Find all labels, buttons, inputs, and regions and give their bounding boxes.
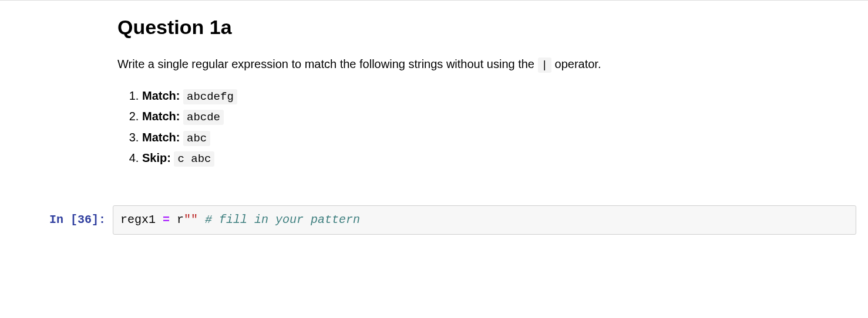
list-item-label: Skip: <box>142 151 171 164</box>
notebook-cell-markdown: Question 1a Write a single regular expre… <box>0 0 868 194</box>
pipe-operator-code: | <box>538 57 551 73</box>
list-item: Skip: c abc <box>142 149 856 168</box>
question-paragraph: Write a single regular expression to mat… <box>117 55 856 74</box>
list-item-label: Match: <box>142 89 180 102</box>
code-string-prefix: r <box>177 213 184 226</box>
list-item-value: c abc <box>174 151 214 167</box>
list-item-value: abc <box>183 131 210 146</box>
list-item-value: abcde <box>183 110 224 125</box>
list-item: Match: abcdefg <box>142 87 856 106</box>
markdown-content: Question 1a Write a single regular expre… <box>0 1 868 194</box>
list-item-value: abcdefg <box>183 89 237 104</box>
paragraph-text-pre: Write a single regular expression to mat… <box>117 57 538 70</box>
paragraph-text-post: operator. <box>555 57 601 70</box>
list-item: Match: abcde <box>142 107 856 126</box>
code-variable: regx1 <box>120 213 156 226</box>
code-input-area[interactable]: regx1 = r"" # fill in your pattern <box>113 205 856 235</box>
code-comment: # fill in your pattern <box>198 213 360 226</box>
list-item: Match: abc <box>142 128 856 147</box>
list-item-label: Match: <box>142 131 180 144</box>
match-list: Match: abcdefg Match: abcde Match: abc S… <box>117 87 856 168</box>
input-prompt: In [36]: <box>0 205 113 229</box>
code-operator: = <box>156 213 177 226</box>
list-item-label: Match: <box>142 110 180 123</box>
question-heading: Question 1a <box>117 12 856 42</box>
notebook-cell-code: In [36]: regx1 = r"" # fill in your patt… <box>0 205 868 246</box>
code-string: "" <box>184 213 198 226</box>
